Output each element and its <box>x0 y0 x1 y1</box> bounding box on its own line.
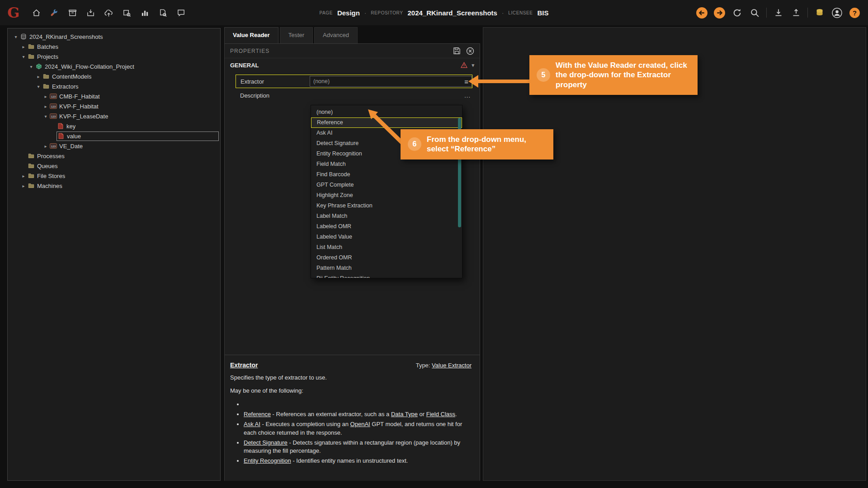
tree-item-batches[interactable]: Batches <box>8 42 220 52</box>
dropdown-item-key-phrase-extraction[interactable]: Key Phrase Extraction <box>311 201 462 211</box>
tree-item-key[interactable]: key <box>8 121 220 131</box>
tree-item-extractors[interactable]: Extractors <box>8 81 220 91</box>
tree-item-queues[interactable]: Queues <box>8 161 220 171</box>
step-number-badge: 5 <box>537 68 550 82</box>
tab-value-reader[interactable]: Value Reader <box>224 27 278 43</box>
dropdown-item-pii-entity-recognition[interactable]: Pii Entity Recognition <box>311 273 462 278</box>
dropdown-item-ordered-omr[interactable]: Ordered OMR <box>311 253 462 263</box>
package-search-icon[interactable] <box>121 7 133 19</box>
expander-icon[interactable] <box>42 94 49 99</box>
extractor-icon: 123 <box>49 143 57 149</box>
description-more-button[interactable]: ... <box>464 92 471 99</box>
callout5-arrow <box>468 73 532 89</box>
dropdown-item-label-match[interactable]: Label Match <box>311 211 462 221</box>
folder-icon <box>27 183 35 189</box>
tree-item-file-stores[interactable]: File Stores <box>8 171 220 181</box>
dropdown-item-list-match[interactable]: List Match <box>311 242 462 253</box>
tree-item-2024-wiki-flow-collation-project[interactable]: 2024_Wiki_Flow-Collation_Project <box>8 61 220 71</box>
feedback-icon[interactable] <box>175 7 187 19</box>
expander-icon[interactable] <box>20 54 27 59</box>
dropdown-item-pattern-match[interactable]: Pattern Match <box>311 263 462 273</box>
tab-tester[interactable]: Tester <box>280 27 313 43</box>
selected-node-highlight: value <box>57 131 219 141</box>
folder-icon <box>27 153 35 159</box>
extractor-value-field[interactable]: (none) ≡ <box>310 76 472 87</box>
help-bullet-reference: Reference - References an external extra… <box>244 410 472 418</box>
tools-icon[interactable] <box>48 7 61 19</box>
help-bullet-detect-signature: Detect Signature - Detects signatures wi… <box>244 439 472 455</box>
tree-item-kvp-f-habitat[interactable]: 123 KVP-F_Habitat <box>8 101 220 111</box>
data-type-link[interactable]: Data Type <box>391 411 418 418</box>
tree-item-label: Extractors <box>52 83 79 90</box>
tree-item-processes[interactable]: Processes <box>8 151 220 161</box>
close-icon[interactable] <box>466 47 474 55</box>
batch-import-icon[interactable] <box>85 7 97 19</box>
folder-icon <box>27 173 35 179</box>
folder-icon <box>42 83 50 89</box>
expander-icon[interactable] <box>12 34 19 39</box>
key-field-icon <box>57 123 65 129</box>
upload-icon[interactable] <box>790 7 802 19</box>
dropdown-item-labeled-value[interactable]: Labeled Value <box>311 232 462 242</box>
dropdown-item-find-barcode[interactable]: Find Barcode <box>311 169 462 180</box>
help-icon[interactable]: ? <box>849 7 861 19</box>
expander-icon[interactable] <box>42 114 49 119</box>
expander-icon[interactable] <box>35 74 42 79</box>
stats-icon[interactable] <box>139 7 151 19</box>
entity-recognition-link[interactable]: Entity Recognition <box>244 457 291 464</box>
general-section-header[interactable]: GENERAL ▾ <box>225 58 480 72</box>
expander-icon[interactable] <box>20 183 27 188</box>
user-icon[interactable] <box>831 7 843 19</box>
tree-item-label: ContentModels <box>52 73 91 80</box>
cloud-upload-icon[interactable] <box>103 7 115 19</box>
tree-item-ve-date[interactable]: 123 VE_Date <box>8 141 220 151</box>
tree-item-contentmodels[interactable]: ContentModels <box>8 71 220 81</box>
licensee-value[interactable]: BIS <box>538 9 549 17</box>
expander-icon[interactable] <box>20 44 27 49</box>
expander-icon[interactable] <box>42 104 49 109</box>
tree-item-cmb-f-habitat[interactable]: 123 CMB-F_Habitat <box>8 91 220 101</box>
property-help-panel: Extractor Type: Value Extractor Specifie… <box>225 355 480 481</box>
document-search-icon[interactable] <box>157 7 169 19</box>
search-icon[interactable] <box>749 7 761 19</box>
tree-item-label: value <box>67 133 81 140</box>
ask-ai-link[interactable]: Ask AI <box>244 421 260 427</box>
expander-icon[interactable] <box>35 84 42 89</box>
forward-icon[interactable] <box>713 7 726 19</box>
dropdown-item-highlight-zone[interactable]: Highlight Zone <box>311 190 462 201</box>
help-intro: Specifies the type of extractor to use. <box>230 374 472 382</box>
extractor-icon: 123 <box>49 94 57 99</box>
download-icon[interactable] <box>772 7 784 19</box>
tree-item-2024-rkinard-screenshots[interactable]: 2024_RKinard_Screenshots <box>8 32 220 42</box>
save-icon[interactable] <box>453 47 461 55</box>
page-value[interactable]: Design <box>337 9 360 17</box>
expander-icon[interactable] <box>42 144 49 149</box>
tree-item-value[interactable]: value <box>8 131 220 141</box>
reference-link[interactable]: Reference <box>244 411 271 418</box>
extractor-property-row[interactable]: Extractor (none) ≡ <box>236 75 472 88</box>
dropdown-menu-icon[interactable]: ≡ <box>464 78 468 85</box>
field-class-link[interactable]: Field Class <box>426 411 455 418</box>
tree-item-machines[interactable]: Machines <box>8 181 220 191</box>
tree-item-kvp-f-leasedate[interactable]: 123 KVP-F_LeaseDate <box>8 111 220 121</box>
home-icon[interactable] <box>30 7 42 19</box>
tree-item-projects[interactable]: Projects <box>8 52 220 61</box>
batches-icon[interactable] <box>66 7 79 19</box>
description-property-row[interactable]: Description ... <box>236 89 472 102</box>
expander-icon[interactable] <box>20 174 27 178</box>
repository-value[interactable]: 2024_RKinard_Screenshots <box>407 9 497 17</box>
expander-icon[interactable] <box>28 64 35 69</box>
openai-link[interactable]: OpenAI <box>350 421 370 427</box>
dropdown-item-field-match[interactable]: Field Match <box>311 159 462 169</box>
help-list-intro: May be one of the following: <box>230 387 472 395</box>
back-icon[interactable] <box>696 7 708 19</box>
tab-advanced[interactable]: Advanced <box>314 27 358 43</box>
collapse-section-icon[interactable]: ▾ <box>472 62 474 68</box>
detect-signature-link[interactable]: Detect Signature <box>244 439 288 446</box>
value-extractor-link[interactable]: Value Extractor <box>432 362 472 369</box>
database-icon[interactable] <box>813 7 826 19</box>
grooper-logo[interactable]: G <box>7 5 19 20</box>
refresh-icon[interactable] <box>731 7 743 19</box>
dropdown-item-labeled-omr[interactable]: Labeled OMR <box>311 221 462 232</box>
dropdown-item-gpt-complete[interactable]: GPT Complete <box>311 180 462 190</box>
